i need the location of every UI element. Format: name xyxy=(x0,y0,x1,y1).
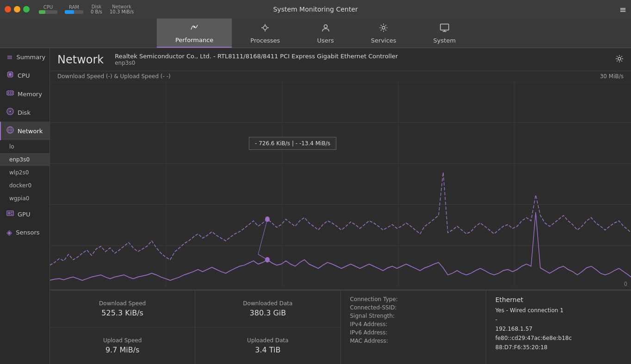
sidebar-sub-enp3s0[interactable]: enp3s0 xyxy=(0,153,49,166)
section-title: Network xyxy=(57,53,104,66)
sidebar-sub-lo[interactable]: lo xyxy=(0,140,49,153)
svg-rect-4 xyxy=(440,24,449,30)
upload-speed-row: Upload Speed 9.7 MiB/s xyxy=(50,327,195,364)
tab-processes[interactable]: Processes xyxy=(232,19,298,48)
upload-speed-label: Upload Speed xyxy=(103,337,142,344)
services-icon xyxy=(378,23,389,35)
close-button[interactable] xyxy=(5,6,11,12)
sidebar-item-network[interactable]: Network xyxy=(0,122,49,140)
sidebar-item-sensors[interactable]: ◈ Sensors xyxy=(0,223,49,241)
sidebar-item-summary[interactable]: ≡ Summary xyxy=(0,48,49,66)
summary-icon: ≡ xyxy=(6,53,12,62)
mac-label: MAC Address: xyxy=(350,338,410,344)
tab-users[interactable]: Users xyxy=(298,19,352,48)
mac-row: MAC Address: xyxy=(350,338,476,344)
network-stat-value: 10.3 MiB/s xyxy=(110,9,134,14)
gpu-icon xyxy=(6,210,14,219)
disk-stat-label: Disk xyxy=(92,4,101,9)
system-icon xyxy=(439,23,450,35)
memory-icon xyxy=(6,89,14,99)
processes-icon xyxy=(260,23,270,35)
main-layout: ≡ Summary CPU xyxy=(0,48,631,364)
sidebar-item-summary-label: Summary xyxy=(16,54,45,61)
tab-performance-label: Performance xyxy=(175,37,213,43)
sidebar-sub-docker0[interactable]: docker0 xyxy=(0,179,49,192)
sidebar-sub-enp3s0-label: enp3s0 xyxy=(9,156,30,163)
ram-stat-label: RAM xyxy=(69,5,79,10)
network-chart-svg: 0 xyxy=(50,81,631,287)
tab-services[interactable]: Services xyxy=(353,19,415,48)
download-speed-value: 525.3 KiB/s xyxy=(101,308,143,317)
sidebar-item-disk[interactable]: Disk xyxy=(0,103,49,122)
tab-system[interactable]: System xyxy=(415,19,474,48)
svg-rect-9 xyxy=(10,92,11,94)
cpu-stat-bar xyxy=(39,10,57,14)
downloaded-data-label: Downloaded Data xyxy=(243,300,292,307)
connection-details: Connection Type: Connected-SSID: Signal … xyxy=(341,290,486,364)
downloaded-data-row: Downloaded Data 380.3 GiB xyxy=(195,290,340,327)
uploaded-data-label: Uploaded Data xyxy=(247,337,289,344)
device-interface: enp3s0 xyxy=(115,60,398,66)
ssid-value: Yes - Wired connection 1 xyxy=(495,307,622,314)
minimize-button[interactable] xyxy=(14,6,20,12)
svg-point-12 xyxy=(9,111,11,112)
ipv6-row: IPv6 Address: xyxy=(350,329,476,336)
tab-services-label: Services xyxy=(371,37,396,44)
sidebar-sub-docker0-label: docker0 xyxy=(9,182,31,189)
svg-point-31 xyxy=(265,216,270,222)
connection-values: Ethernet Yes - Wired connection 1 - 192.… xyxy=(486,290,631,364)
uploaded-data-row: Uploaded Data 3.4 TiB xyxy=(195,327,340,364)
sidebar-item-disk-label: Disk xyxy=(18,109,31,116)
ram-stat: RAM xyxy=(65,5,83,14)
titlebar: CPU RAM Disk 0 B/s Network 10.3 MiB/s Sy… xyxy=(0,0,631,19)
network-icon xyxy=(6,126,14,136)
chart-canvas: 0 - 726.6 KiB/s | - -13.4 MiB/s xyxy=(50,81,631,287)
device-name: Realtek Semiconductor Co., Ltd. - RTL811… xyxy=(115,53,398,60)
users-icon xyxy=(321,23,331,35)
chart-max-value: 30 MiB/s xyxy=(600,73,624,80)
ipv6-label: IPv6 Address: xyxy=(350,329,410,336)
nav-tabs: Performance Processes Users Services xyxy=(0,19,631,48)
content-area: Network Realtek Semiconductor Co., Ltd. … xyxy=(50,48,631,364)
chart-container: Download Speed (-) & Upload Speed (- -) … xyxy=(50,71,631,290)
sidebar-item-memory-label: Memory xyxy=(18,91,42,98)
ssid-label: Connected-SSID: xyxy=(350,304,410,311)
svg-line-33 xyxy=(258,219,267,254)
sidebar-item-gpu[interactable]: GPU xyxy=(0,205,49,223)
data-section: Downloaded Data 380.3 GiB Uploaded Data … xyxy=(195,290,340,364)
svg-line-34 xyxy=(258,254,267,260)
app-title: System Monitoring Center xyxy=(273,6,358,13)
content-header: Network Realtek Semiconductor Co., Ltd. … xyxy=(50,48,631,71)
signal-label: Signal Strength: xyxy=(350,313,410,319)
uploaded-data-value: 3.4 TiB xyxy=(255,345,280,354)
device-info: Realtek Semiconductor Co., Ltd. - RTL811… xyxy=(115,53,398,66)
maximize-button[interactable] xyxy=(23,6,30,12)
titlebar-stats: CPU RAM Disk 0 B/s Network 10.3 MiB/s xyxy=(39,4,134,14)
sensors-icon: ◈ xyxy=(6,228,12,237)
sidebar-item-memory[interactable]: Memory xyxy=(0,85,49,103)
sidebar-item-cpu[interactable]: CPU xyxy=(0,66,49,85)
sidebar-sub-wlp2s0[interactable]: wlp2s0 xyxy=(0,166,49,179)
tab-performance[interactable]: Performance xyxy=(157,19,232,48)
svg-rect-17 xyxy=(8,212,11,215)
chart-header: Download Speed (-) & Upload Speed (- -) … xyxy=(50,71,631,81)
cpu-icon xyxy=(6,71,14,80)
ram-stat-fill xyxy=(65,10,74,14)
disk-stat-value: 0 B/s xyxy=(91,9,102,14)
ipv4-label: IPv4 Address: xyxy=(350,321,410,327)
svg-point-1 xyxy=(263,26,267,30)
sidebar-sub-wgpia0[interactable]: wgpia0 xyxy=(0,192,49,205)
connection-details-section: Connection Type: Connected-SSID: Signal … xyxy=(341,290,486,364)
ipv6-value: fe80::cd29:47ac:6e8e:b18c xyxy=(495,335,622,341)
svg-point-2 xyxy=(324,25,327,28)
disk-icon xyxy=(6,108,14,117)
svg-rect-8 xyxy=(8,92,9,94)
tab-processes-label: Processes xyxy=(250,37,280,44)
menu-button[interactable]: ≡ xyxy=(619,5,626,14)
ipv4-value: 192.168.1.57 xyxy=(495,326,622,332)
svg-point-0 xyxy=(193,26,195,28)
svg-point-20 xyxy=(618,57,621,60)
network-stat: Network 10.3 MiB/s xyxy=(110,4,134,14)
settings-button[interactable] xyxy=(615,55,624,65)
performance-icon xyxy=(189,22,199,35)
